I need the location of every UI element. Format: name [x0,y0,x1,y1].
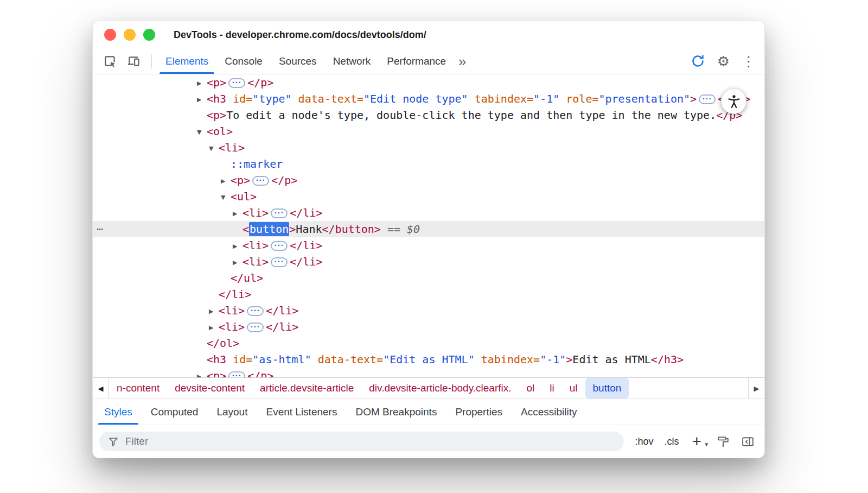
new-style-rule-button[interactable]: + ▾ [690,433,706,450]
breadcrumb-item-div-devsite-article-body-clearfix-[interactable]: div.devsite-article-body.clearfix. [361,378,519,399]
dom-tree-row[interactable]: <h3 id="as-html" data-text="Edit as HTML… [93,351,764,368]
dom-tree-row[interactable]: ▶<h3 id="type" data-text="Edit node type… [93,91,764,107]
breadcrumb-item-button[interactable]: button [585,378,629,399]
dom-token-tag: < [242,223,249,236]
dom-tree-row[interactable]: ▶<li>···</li> [93,302,764,319]
inspect-cursor-icon [103,54,117,68]
dom-token-tag: </li> [290,255,322,268]
expand-arrow-icon[interactable]: ▶ [197,75,207,92]
expand-arrow-icon[interactable]: ▼ [221,189,231,206]
expand-arrow-icon[interactable]: ▶ [209,304,219,320]
dom-tree-row[interactable]: <p>To edit a node's type, double-click t… [93,107,764,123]
collapsed-content-ellipsis-icon[interactable]: ··· [247,306,264,316]
breadcrumb-scroll-right-button[interactable]: ▶ [748,378,764,399]
tab-elements[interactable]: Elements [157,48,216,74]
expand-arrow-icon[interactable]: ▶ [233,238,242,255]
toggle-element-state-button[interactable]: :hov [635,436,653,447]
dom-tree-row[interactable]: ▶<li>···</li> [93,237,764,254]
toolbar-right-actions: ⚙ ⋮ [691,54,756,68]
dom-tree-row[interactable]: ▼<ol> [93,123,764,140]
breadcrumb-scroll-left-button[interactable]: ◀ [93,378,109,399]
dom-token-eq: == [381,223,407,236]
dom-token-tag: </h3> [651,353,684,366]
sync-button[interactable] [691,54,705,68]
breadcrumb-item-ul[interactable]: ul [562,378,585,399]
dom-tree-row[interactable]: ▶<p>···</p> [93,172,764,188]
collapsed-content-ellipsis-icon[interactable]: ··· [271,241,288,251]
dom-token-tag: > [566,353,572,366]
dom-token-tag: </li> [219,288,251,301]
dom-token-tag: <p> [231,174,250,187]
tab-performance[interactable]: Performance [379,48,454,74]
tab-styles[interactable]: Styles [95,399,142,425]
dom-token-tag: <h3 [207,353,233,366]
collapsed-content-ellipsis-icon[interactable]: ··· [247,323,264,332]
row-more-actions-icon[interactable]: ⋯ [97,221,103,237]
dom-tree-row[interactable]: </li> [93,286,764,302]
collapsed-content-ellipsis-icon[interactable]: ··· [228,371,245,377]
dom-token-tag: <li> [219,320,245,333]
dom-tree-row[interactable]: ▼<li> [93,140,764,156]
element-classes-button[interactable]: .cls [664,436,679,447]
expand-arrow-icon[interactable]: ▶ [221,173,231,189]
filter-field[interactable] [99,432,624,451]
tab-event-listeners[interactable]: Event Listeners [257,399,346,425]
kebab-menu-icon[interactable]: ⋮ [742,54,756,68]
collapsed-content-ellipsis-icon[interactable]: ··· [271,208,288,218]
dom-tree-row[interactable]: ⋯<button>Hank</button> == $0 [93,221,764,237]
tab-computed[interactable]: Computed [142,399,208,425]
collapsed-content-ellipsis-icon[interactable]: ··· [228,78,245,88]
rendering-emulation-button[interactable] [717,435,730,448]
dom-token-text: To edit a node's type, double-click the … [226,109,716,122]
dom-token-tag: <li> [242,239,269,252]
tab-sources[interactable]: Sources [271,48,325,74]
expand-arrow-icon[interactable]: ▶ [209,320,219,336]
tab-network[interactable]: Network [325,48,379,74]
tab-properties[interactable]: Properties [446,399,512,425]
dom-tree-row[interactable]: ::marker [93,156,764,172]
accessibility-person-icon[interactable] [721,89,746,114]
breadcrumb-item-devsite-content[interactable]: devsite-content [167,378,252,399]
dom-tree-row[interactable]: </ul> [93,270,764,286]
minimize-window-button[interactable] [124,29,136,41]
filter-input[interactable] [125,435,615,447]
zoom-window-button[interactable] [143,29,155,41]
toggle-sidebar-button[interactable] [741,435,755,448]
dom-token-tag: <ul> [231,190,257,203]
devtools-toolbar: ElementsConsoleSourcesNetworkPerformance… [93,48,764,74]
dom-token-val: "-1" [540,353,566,366]
dom-tree-row[interactable]: ▶<p>···</p> [93,74,764,91]
tab-dom-breakpoints[interactable]: DOM Breakpoints [346,399,446,425]
collapsed-content-ellipsis-icon[interactable]: ··· [699,94,716,104]
dom-tree-row[interactable]: ▶<li>···</li> [93,319,764,335]
tab-console[interactable]: Console [216,48,271,74]
expand-arrow-icon[interactable]: ▶ [197,92,207,108]
expand-arrow-icon[interactable]: ▶ [233,255,242,271]
dom-token-tag: > [690,92,697,105]
collapsed-content-ellipsis-icon[interactable]: ··· [271,257,288,267]
breadcrumb-item-article-devsite-article[interactable]: article.devsite-article [252,378,361,399]
expand-arrow-icon[interactable]: ▼ [197,124,207,141]
dom-tree-row[interactable]: ▶<li>···</li> [93,254,764,270]
dom-token-tag: > [289,223,296,236]
close-window-button[interactable] [104,29,116,41]
expand-arrow-icon[interactable]: ▼ [209,141,219,157]
dom-tree-row[interactable]: ▶<p>···</p> [93,368,764,377]
tab-accessibility[interactable]: Accessibility [512,399,586,425]
dom-tree-row[interactable]: ▶<li>···</li> [93,205,764,221]
breadcrumb-item-ol[interactable]: ol [519,378,542,399]
device-toolbar-button[interactable] [122,50,146,73]
tab-layout[interactable]: Layout [207,399,257,425]
breadcrumb-item-n-content[interactable]: n-content [109,378,167,399]
dom-tree-row[interactable]: ▼<ul> [93,188,764,205]
breadcrumb-item-li[interactable]: li [542,378,561,399]
more-tabs-button[interactable]: » [454,54,470,68]
dom-tree-row[interactable]: </ol> [93,335,764,351]
expand-arrow-icon[interactable]: ▶ [233,206,242,222]
settings-gear-icon[interactable]: ⚙ [717,54,730,68]
dom-token-tag: <li> [219,304,245,317]
dom-token-val: "type" [252,92,291,105]
collapsed-content-ellipsis-icon[interactable]: ··· [252,176,269,186]
expand-arrow-icon[interactable]: ▶ [197,369,207,377]
inspect-element-button[interactable] [98,50,122,73]
